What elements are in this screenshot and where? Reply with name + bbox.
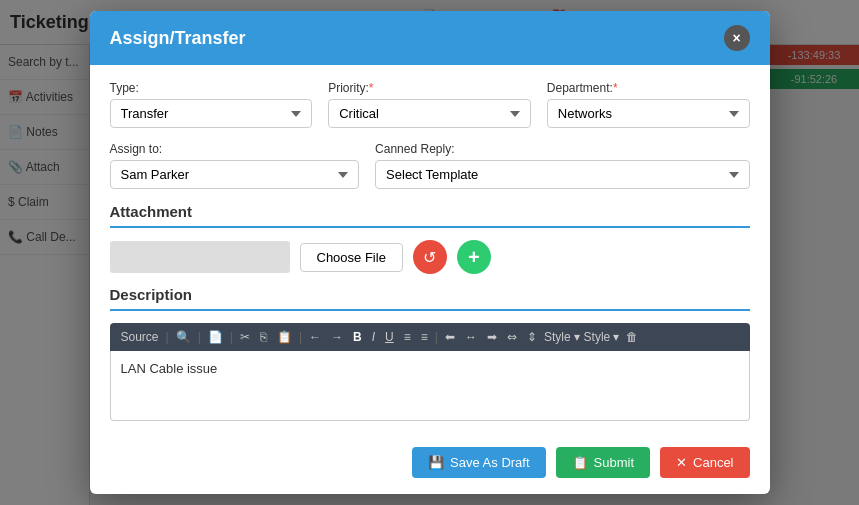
submit-icon: 📋 bbox=[572, 455, 588, 470]
priority-label: Priority:* bbox=[328, 81, 531, 95]
description-title: Description bbox=[110, 286, 750, 303]
reset-button[interactable]: ↺ bbox=[413, 240, 447, 274]
font-dropdown[interactable]: Style ▾ bbox=[584, 330, 620, 344]
form-row-1: Type: Transfer Assign Priority:* Critica… bbox=[110, 81, 750, 128]
dialog-body: Type: Transfer Assign Priority:* Critica… bbox=[90, 65, 770, 437]
bold-btn[interactable]: B bbox=[350, 329, 365, 345]
sep4: | bbox=[299, 330, 302, 344]
reset-icon: ↺ bbox=[423, 248, 436, 267]
ol-btn[interactable]: ≡ bbox=[401, 329, 414, 345]
save-draft-button[interactable]: 💾 Save As Draft bbox=[412, 447, 545, 478]
sep5: | bbox=[435, 330, 438, 344]
doc-btn[interactable]: 📄 bbox=[205, 329, 226, 345]
attachment-title: Attachment bbox=[110, 203, 750, 220]
align-left-btn[interactable]: ⬅ bbox=[442, 329, 458, 345]
submit-label: Submit bbox=[594, 455, 634, 470]
cut-btn[interactable]: ✂ bbox=[237, 329, 253, 345]
underline-btn[interactable]: U bbox=[382, 329, 397, 345]
editor-toolbar: Source | 🔍 | 📄 | ✂ ⎘ 📋 | ← → B I U ≡ ≡ |… bbox=[110, 323, 750, 351]
align-center-btn[interactable]: ↔ bbox=[462, 329, 480, 345]
assign-transfer-dialog: Assign/Transfer × Type: Transfer Assign … bbox=[90, 11, 770, 494]
cancel-icon: ✕ bbox=[676, 455, 687, 470]
dept-required: * bbox=[613, 81, 618, 95]
style-label: Style bbox=[544, 330, 571, 344]
font-label: Style bbox=[584, 330, 611, 344]
source-btn[interactable]: Source bbox=[118, 329, 162, 345]
undo-btn[interactable]: ← bbox=[306, 329, 324, 345]
assign-to-group: Assign to: Sam Parker John Doe bbox=[110, 142, 360, 189]
dialog-footer: 💾 Save As Draft 📋 Submit ✕ Cancel bbox=[90, 437, 770, 494]
style-dropdown[interactable]: Style ▾ bbox=[544, 330, 580, 344]
italic-btn[interactable]: I bbox=[369, 329, 378, 345]
align-justify-btn[interactable]: ⇔ bbox=[504, 329, 520, 345]
editor-text: LAN Cable issue bbox=[121, 361, 218, 376]
assign-to-select[interactable]: Sam Parker John Doe bbox=[110, 160, 360, 189]
canned-reply-select[interactable]: Select Template bbox=[375, 160, 749, 189]
align-full-btn[interactable]: ⇕ bbox=[524, 329, 540, 345]
file-input-area bbox=[110, 241, 290, 273]
type-group: Type: Transfer Assign bbox=[110, 81, 313, 128]
editor-content[interactable]: LAN Cable issue bbox=[110, 351, 750, 421]
form-row-2: Assign to: Sam Parker John Doe Canned Re… bbox=[110, 142, 750, 189]
dialog-close-button[interactable]: × bbox=[724, 25, 750, 51]
save-icon: 💾 bbox=[428, 455, 444, 470]
canned-reply-label: Canned Reply: bbox=[375, 142, 749, 156]
paste-btn[interactable]: 📋 bbox=[274, 329, 295, 345]
ul-btn[interactable]: ≡ bbox=[418, 329, 431, 345]
dialog-header: Assign/Transfer × bbox=[90, 11, 770, 65]
attachment-divider bbox=[110, 226, 750, 228]
type-label: Type: bbox=[110, 81, 313, 95]
delete-btn[interactable]: 🗑 bbox=[623, 329, 641, 345]
type-select[interactable]: Transfer Assign bbox=[110, 99, 313, 128]
canned-reply-group: Canned Reply: Select Template bbox=[375, 142, 749, 189]
search-btn[interactable]: 🔍 bbox=[173, 329, 194, 345]
cancel-button[interactable]: ✕ Cancel bbox=[660, 447, 749, 478]
department-label: Department:* bbox=[547, 81, 750, 95]
save-draft-label: Save As Draft bbox=[450, 455, 529, 470]
sep1: | bbox=[166, 330, 169, 344]
sep2: | bbox=[198, 330, 201, 344]
cancel-label: Cancel bbox=[693, 455, 733, 470]
dialog-title: Assign/Transfer bbox=[110, 28, 246, 49]
style-chevron-icon: ▾ bbox=[574, 330, 580, 344]
add-icon: + bbox=[468, 246, 480, 269]
attachment-row: Choose File ↺ + bbox=[110, 240, 750, 274]
align-right-btn[interactable]: ➡ bbox=[484, 329, 500, 345]
priority-select[interactable]: Critical High Medium Low bbox=[328, 99, 531, 128]
submit-button[interactable]: 📋 Submit bbox=[556, 447, 650, 478]
department-group: Department:* Networks Support Sales bbox=[547, 81, 750, 128]
department-select[interactable]: Networks Support Sales bbox=[547, 99, 750, 128]
priority-required: * bbox=[369, 81, 374, 95]
copy-btn[interactable]: ⎘ bbox=[257, 329, 270, 345]
assign-to-label: Assign to: bbox=[110, 142, 360, 156]
priority-group: Priority:* Critical High Medium Low bbox=[328, 81, 531, 128]
font-chevron-icon: ▾ bbox=[613, 330, 619, 344]
sep3: | bbox=[230, 330, 233, 344]
choose-file-button[interactable]: Choose File bbox=[300, 243, 403, 272]
description-divider bbox=[110, 309, 750, 311]
redo-btn[interactable]: → bbox=[328, 329, 346, 345]
add-button[interactable]: + bbox=[457, 240, 491, 274]
modal-overlay: Assign/Transfer × Type: Transfer Assign … bbox=[0, 0, 859, 505]
